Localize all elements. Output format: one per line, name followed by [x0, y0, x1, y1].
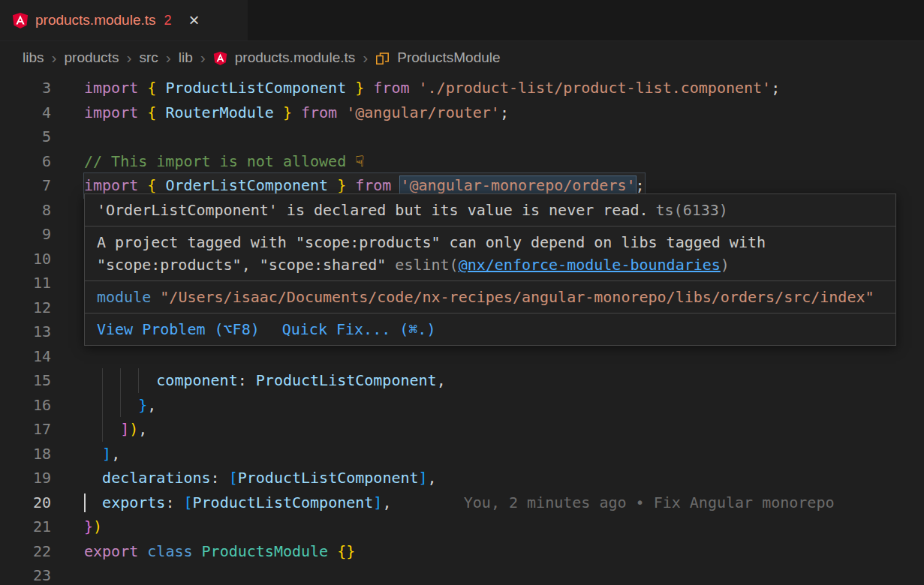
tab-products-module[interactable]: products.module.ts 2 ×: [0, 0, 248, 40]
code-token: import: [84, 79, 138, 97]
code-line-22[interactable]: 22export class ProductsModule {}: [0, 539, 924, 564]
breadcrumb-item-src[interactable]: src: [139, 50, 158, 66]
line-number[interactable]: 14: [0, 344, 51, 369]
code-line-23[interactable]: 23: [0, 563, 924, 585]
code-line-19[interactable]: 19 declarations: [ProductListComponent],: [0, 466, 924, 490]
code-token: from: [355, 176, 391, 194]
code-token: }: [328, 176, 355, 194]
code-line-6[interactable]: 6// This import is not allowed ☟: [0, 149, 924, 174]
line-number[interactable]: 20: [0, 490, 51, 515]
line-number[interactable]: 5: [0, 124, 51, 149]
ts-diagnostic-row: 'OrderListComponent' is declared but its…: [85, 194, 895, 226]
ts-diagnostic-message: 'OrderListComponent' is declared but its…: [97, 201, 649, 219]
code-line-5[interactable]: 5: [0, 124, 924, 149]
symbol-class-icon: [375, 51, 390, 65]
code-token: ProductListComponent: [193, 494, 374, 512]
breadcrumb-separator: ›: [52, 49, 57, 67]
line-content: [84, 563, 924, 585]
code-line-15[interactable]: 15 component: ProductListComponent,: [0, 368, 924, 393]
module-path: "/Users/isaac/Documents/code/nx-recipes/…: [160, 288, 874, 306]
code-line-18[interactable]: 18 ],: [0, 442, 924, 466]
code-line-4[interactable]: 4import { RouterModule } from '@angular/…: [0, 100, 924, 125]
indent-guide: [102, 393, 103, 418]
code-token: ,: [138, 420, 147, 438]
code-line-14[interactable]: 14: [0, 344, 924, 369]
line-content: export class ProductsModule {}: [84, 539, 924, 564]
breadcrumb-item-products[interactable]: products: [65, 50, 119, 66]
eslint-source-suffix: ): [721, 256, 730, 274]
breadcrumb-separator: ›: [166, 49, 171, 67]
code-line-17[interactable]: 17 ]),: [0, 417, 924, 442]
line-number[interactable]: 15: [0, 368, 51, 393]
line-number[interactable]: 9: [0, 222, 51, 247]
code-token: ]: [102, 445, 111, 463]
line-content: [84, 344, 924, 369]
editor: 3import { ProductListComponent } from '.…: [0, 74, 924, 585]
line-content: },: [84, 393, 924, 418]
code-line-3[interactable]: 3import { ProductListComponent } from '.…: [0, 76, 924, 100]
code-line-21[interactable]: 21}): [0, 514, 924, 539]
code-token: '@angular-monorepo/orders': [400, 176, 635, 194]
tab-title: products.module.ts: [35, 12, 156, 28]
breadcrumb-separator: ›: [363, 49, 368, 67]
line-number[interactable]: 13: [0, 320, 51, 344]
code-text: ],: [84, 442, 120, 466]
line-number[interactable]: 11: [0, 271, 51, 296]
code-line-20[interactable]: 20 exports: [ProductListComponent],You, …: [0, 490, 924, 515]
quick-fix-button[interactable]: Quick Fix... (⌘.): [282, 318, 436, 340]
line-number[interactable]: 3: [0, 76, 51, 100]
code-token: {}: [337, 542, 355, 560]
line-number[interactable]: 10: [0, 247, 51, 272]
line-number[interactable]: 22: [0, 539, 51, 564]
line-number[interactable]: 18: [0, 442, 51, 466]
code-text: }): [84, 514, 102, 539]
code-line-16[interactable]: 16 },: [0, 393, 924, 418]
ts-diagnostic-code: ts(6133): [656, 201, 728, 219]
line-number[interactable]: 7: [0, 173, 51, 198]
code-token: component: [156, 371, 237, 389]
breadcrumb: libs › products › src › lib › products.m…: [0, 41, 924, 74]
problems-count-badge: 2: [164, 13, 172, 28]
code-token: './product-list/product-list.component': [410, 79, 772, 97]
breadcrumb-item-lib[interactable]: lib: [179, 50, 193, 66]
code-token: ,: [382, 494, 391, 512]
code-token: ,: [428, 469, 437, 487]
eslint-rule-link[interactable]: @nx/enforce-module-boundaries: [459, 256, 721, 274]
close-tab-icon[interactable]: ×: [189, 11, 200, 29]
line-content: exports: [ProductListComponent],You, 2 m…: [84, 490, 924, 515]
angular-file-icon: [213, 51, 227, 65]
eslint-diagnostic-row: A project tagged with "scope:products" c…: [85, 226, 895, 281]
line-content: import { RouterModule } from '@angular/r…: [84, 100, 924, 125]
breadcrumb-item-filename[interactable]: products.module.ts: [235, 50, 356, 66]
line-content: // This import is not allowed ☟: [84, 149, 924, 174]
code-token: [328, 542, 337, 560]
code-text: export class ProductsModule {}: [84, 539, 355, 564]
indent-guide: [102, 368, 103, 393]
line-number[interactable]: 6: [0, 149, 51, 174]
code-token: [84, 445, 102, 463]
line-number[interactable]: 8: [0, 198, 51, 223]
line-number[interactable]: 16: [0, 393, 51, 418]
code-token: [391, 176, 400, 194]
line-number[interactable]: 4: [0, 100, 51, 125]
code-text: declarations: [ProductListComponent],: [84, 466, 437, 490]
breadcrumb-item-symbol[interactable]: ProductsModule: [397, 50, 500, 66]
view-problem-button[interactable]: View Problem (⌥F8): [97, 318, 260, 340]
angular-file-icon: [12, 12, 29, 28]
line-number[interactable]: 23: [0, 563, 51, 585]
line-number[interactable]: 19: [0, 466, 51, 490]
line-number[interactable]: 17: [0, 417, 51, 442]
line-number[interactable]: 12: [0, 296, 51, 320]
code-token: :: [211, 469, 229, 487]
line-number[interactable]: 21: [0, 514, 51, 539]
code-token: ☟: [355, 152, 364, 170]
code-token: ): [129, 420, 138, 438]
code-token: {: [138, 104, 165, 122]
breadcrumb-item-libs[interactable]: libs: [23, 50, 44, 66]
code-token: [138, 542, 147, 560]
hover-popup: 'OrderListComponent' is declared but its…: [84, 194, 896, 346]
code-token: {: [138, 79, 165, 97]
code-token: import: [84, 104, 138, 122]
code-token: :: [165, 494, 183, 512]
line-content: ]),: [84, 417, 924, 442]
